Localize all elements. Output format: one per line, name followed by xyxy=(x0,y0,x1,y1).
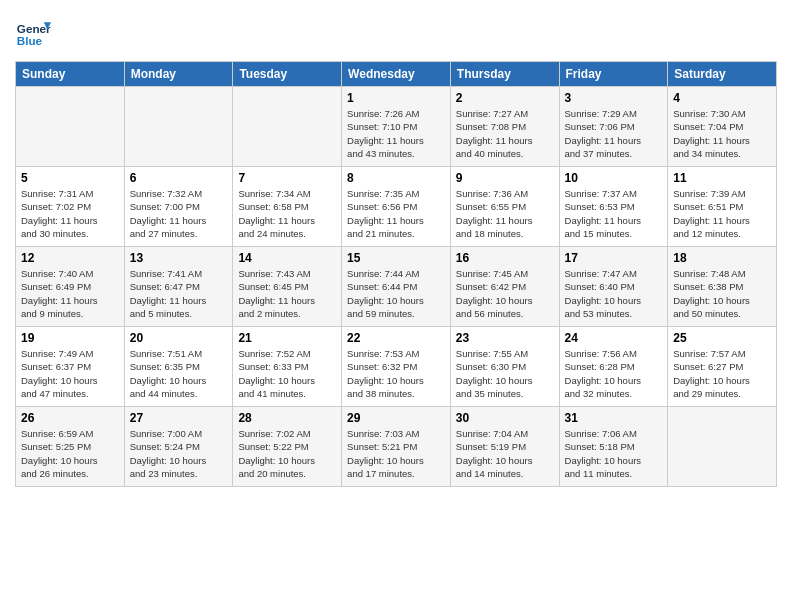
calendar-cell: 5Sunrise: 7:31 AM Sunset: 7:02 PM Daylig… xyxy=(16,167,125,247)
calendar-cell: 13Sunrise: 7:41 AM Sunset: 6:47 PM Dayli… xyxy=(124,247,233,327)
day-number: 23 xyxy=(456,331,554,345)
day-info: Sunrise: 7:53 AM Sunset: 6:32 PM Dayligh… xyxy=(347,347,445,400)
day-number: 3 xyxy=(565,91,663,105)
day-info: Sunrise: 6:59 AM Sunset: 5:25 PM Dayligh… xyxy=(21,427,119,480)
day-info: Sunrise: 7:06 AM Sunset: 5:18 PM Dayligh… xyxy=(565,427,663,480)
calendar-cell: 2Sunrise: 7:27 AM Sunset: 7:08 PM Daylig… xyxy=(450,87,559,167)
day-number: 20 xyxy=(130,331,228,345)
calendar-table: SundayMondayTuesdayWednesdayThursdayFrid… xyxy=(15,61,777,487)
calendar-cell xyxy=(124,87,233,167)
day-number: 1 xyxy=(347,91,445,105)
calendar-week-3: 12Sunrise: 7:40 AM Sunset: 6:49 PM Dayli… xyxy=(16,247,777,327)
day-info: Sunrise: 7:27 AM Sunset: 7:08 PM Dayligh… xyxy=(456,107,554,160)
day-number: 29 xyxy=(347,411,445,425)
calendar-cell: 8Sunrise: 7:35 AM Sunset: 6:56 PM Daylig… xyxy=(342,167,451,247)
day-info: Sunrise: 7:56 AM Sunset: 6:28 PM Dayligh… xyxy=(565,347,663,400)
calendar-cell xyxy=(16,87,125,167)
calendar-cell: 14Sunrise: 7:43 AM Sunset: 6:45 PM Dayli… xyxy=(233,247,342,327)
day-info: Sunrise: 7:52 AM Sunset: 6:33 PM Dayligh… xyxy=(238,347,336,400)
day-info: Sunrise: 7:35 AM Sunset: 6:56 PM Dayligh… xyxy=(347,187,445,240)
day-number: 4 xyxy=(673,91,771,105)
logo: General Blue xyxy=(15,15,55,51)
day-info: Sunrise: 7:40 AM Sunset: 6:49 PM Dayligh… xyxy=(21,267,119,320)
calendar-cell: 17Sunrise: 7:47 AM Sunset: 6:40 PM Dayli… xyxy=(559,247,668,327)
calendar-cell: 20Sunrise: 7:51 AM Sunset: 6:35 PM Dayli… xyxy=(124,327,233,407)
day-info: Sunrise: 7:51 AM Sunset: 6:35 PM Dayligh… xyxy=(130,347,228,400)
day-info: Sunrise: 7:41 AM Sunset: 6:47 PM Dayligh… xyxy=(130,267,228,320)
day-number: 15 xyxy=(347,251,445,265)
day-number: 17 xyxy=(565,251,663,265)
day-number: 13 xyxy=(130,251,228,265)
calendar-cell: 25Sunrise: 7:57 AM Sunset: 6:27 PM Dayli… xyxy=(668,327,777,407)
day-number: 9 xyxy=(456,171,554,185)
day-number: 21 xyxy=(238,331,336,345)
day-info: Sunrise: 7:34 AM Sunset: 6:58 PM Dayligh… xyxy=(238,187,336,240)
calendar-cell: 29Sunrise: 7:03 AM Sunset: 5:21 PM Dayli… xyxy=(342,407,451,487)
calendar-cell: 31Sunrise: 7:06 AM Sunset: 5:18 PM Dayli… xyxy=(559,407,668,487)
calendar-cell: 19Sunrise: 7:49 AM Sunset: 6:37 PM Dayli… xyxy=(16,327,125,407)
calendar-cell: 7Sunrise: 7:34 AM Sunset: 6:58 PM Daylig… xyxy=(233,167,342,247)
day-number: 22 xyxy=(347,331,445,345)
calendar-cell: 3Sunrise: 7:29 AM Sunset: 7:06 PM Daylig… xyxy=(559,87,668,167)
day-number: 6 xyxy=(130,171,228,185)
day-info: Sunrise: 7:37 AM Sunset: 6:53 PM Dayligh… xyxy=(565,187,663,240)
calendar-cell: 12Sunrise: 7:40 AM Sunset: 6:49 PM Dayli… xyxy=(16,247,125,327)
day-number: 25 xyxy=(673,331,771,345)
day-number: 16 xyxy=(456,251,554,265)
weekday-header-friday: Friday xyxy=(559,62,668,87)
calendar-cell: 1Sunrise: 7:26 AM Sunset: 7:10 PM Daylig… xyxy=(342,87,451,167)
weekday-header-thursday: Thursday xyxy=(450,62,559,87)
calendar-cell: 28Sunrise: 7:02 AM Sunset: 5:22 PM Dayli… xyxy=(233,407,342,487)
day-info: Sunrise: 7:57 AM Sunset: 6:27 PM Dayligh… xyxy=(673,347,771,400)
calendar-cell: 30Sunrise: 7:04 AM Sunset: 5:19 PM Dayli… xyxy=(450,407,559,487)
day-number: 11 xyxy=(673,171,771,185)
calendar-cell: 10Sunrise: 7:37 AM Sunset: 6:53 PM Dayli… xyxy=(559,167,668,247)
calendar-cell: 15Sunrise: 7:44 AM Sunset: 6:44 PM Dayli… xyxy=(342,247,451,327)
day-number: 26 xyxy=(21,411,119,425)
logo-icon: General Blue xyxy=(15,15,51,51)
day-info: Sunrise: 7:04 AM Sunset: 5:19 PM Dayligh… xyxy=(456,427,554,480)
calendar-cell: 22Sunrise: 7:53 AM Sunset: 6:32 PM Dayli… xyxy=(342,327,451,407)
day-number: 14 xyxy=(238,251,336,265)
calendar-cell: 16Sunrise: 7:45 AM Sunset: 6:42 PM Dayli… xyxy=(450,247,559,327)
calendar-cell: 4Sunrise: 7:30 AM Sunset: 7:04 PM Daylig… xyxy=(668,87,777,167)
weekday-header-wednesday: Wednesday xyxy=(342,62,451,87)
day-number: 27 xyxy=(130,411,228,425)
day-number: 2 xyxy=(456,91,554,105)
day-info: Sunrise: 7:32 AM Sunset: 7:00 PM Dayligh… xyxy=(130,187,228,240)
calendar-cell: 9Sunrise: 7:36 AM Sunset: 6:55 PM Daylig… xyxy=(450,167,559,247)
calendar-cell xyxy=(668,407,777,487)
day-number: 19 xyxy=(21,331,119,345)
calendar-cell: 26Sunrise: 6:59 AM Sunset: 5:25 PM Dayli… xyxy=(16,407,125,487)
weekday-header-sunday: Sunday xyxy=(16,62,125,87)
svg-text:Blue: Blue xyxy=(17,34,43,47)
day-number: 8 xyxy=(347,171,445,185)
day-number: 28 xyxy=(238,411,336,425)
calendar-week-4: 19Sunrise: 7:49 AM Sunset: 6:37 PM Dayli… xyxy=(16,327,777,407)
day-info: Sunrise: 7:26 AM Sunset: 7:10 PM Dayligh… xyxy=(347,107,445,160)
day-info: Sunrise: 7:30 AM Sunset: 7:04 PM Dayligh… xyxy=(673,107,771,160)
day-info: Sunrise: 7:36 AM Sunset: 6:55 PM Dayligh… xyxy=(456,187,554,240)
day-info: Sunrise: 7:55 AM Sunset: 6:30 PM Dayligh… xyxy=(456,347,554,400)
day-info: Sunrise: 7:43 AM Sunset: 6:45 PM Dayligh… xyxy=(238,267,336,320)
day-info: Sunrise: 7:39 AM Sunset: 6:51 PM Dayligh… xyxy=(673,187,771,240)
day-number: 12 xyxy=(21,251,119,265)
page-header: General Blue xyxy=(15,15,777,51)
day-info: Sunrise: 7:45 AM Sunset: 6:42 PM Dayligh… xyxy=(456,267,554,320)
weekday-header-row: SundayMondayTuesdayWednesdayThursdayFrid… xyxy=(16,62,777,87)
day-info: Sunrise: 7:03 AM Sunset: 5:21 PM Dayligh… xyxy=(347,427,445,480)
day-info: Sunrise: 7:48 AM Sunset: 6:38 PM Dayligh… xyxy=(673,267,771,320)
day-info: Sunrise: 7:02 AM Sunset: 5:22 PM Dayligh… xyxy=(238,427,336,480)
calendar-cell: 27Sunrise: 7:00 AM Sunset: 5:24 PM Dayli… xyxy=(124,407,233,487)
day-info: Sunrise: 7:00 AM Sunset: 5:24 PM Dayligh… xyxy=(130,427,228,480)
calendar-cell xyxy=(233,87,342,167)
day-number: 31 xyxy=(565,411,663,425)
calendar-cell: 6Sunrise: 7:32 AM Sunset: 7:00 PM Daylig… xyxy=(124,167,233,247)
weekday-header-monday: Monday xyxy=(124,62,233,87)
calendar-week-2: 5Sunrise: 7:31 AM Sunset: 7:02 PM Daylig… xyxy=(16,167,777,247)
weekday-header-tuesday: Tuesday xyxy=(233,62,342,87)
day-info: Sunrise: 7:29 AM Sunset: 7:06 PM Dayligh… xyxy=(565,107,663,160)
day-number: 10 xyxy=(565,171,663,185)
calendar-cell: 18Sunrise: 7:48 AM Sunset: 6:38 PM Dayli… xyxy=(668,247,777,327)
calendar-cell: 24Sunrise: 7:56 AM Sunset: 6:28 PM Dayli… xyxy=(559,327,668,407)
